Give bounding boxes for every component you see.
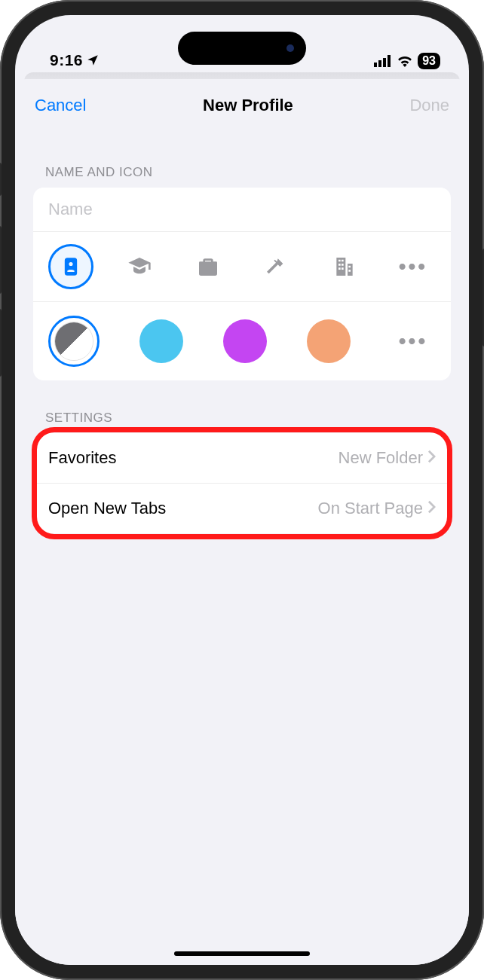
status-right: 93 xyxy=(374,53,440,69)
modal-sheet: Cancel New Profile Done NAME AND ICON Na… xyxy=(15,79,469,965)
favorites-value: New Folder xyxy=(338,448,423,468)
chevron-right-icon xyxy=(427,499,436,518)
side-button xyxy=(0,163,2,196)
svg-rect-3 xyxy=(388,55,391,67)
name-icon-card: Name xyxy=(33,188,451,380)
color-swatch-bw[interactable] xyxy=(48,316,100,367)
done-button[interactable]: Done xyxy=(409,96,449,115)
camera-dot xyxy=(286,44,294,52)
settings-card: Favorites New Folder Open New Tabs On St… xyxy=(33,433,451,533)
name-input[interactable]: Name xyxy=(33,188,451,232)
location-icon xyxy=(86,53,100,67)
svg-rect-2 xyxy=(383,58,386,67)
open-new-tabs-row[interactable]: Open New Tabs On Start Page xyxy=(33,483,451,533)
volume-down-button xyxy=(0,309,2,377)
hammer-icon[interactable] xyxy=(253,244,299,289)
graduation-cap-icon[interactable] xyxy=(117,244,162,289)
color-swatch-purple[interactable] xyxy=(223,319,267,363)
svg-point-5 xyxy=(69,262,72,266)
color-swatch-orange[interactable] xyxy=(307,319,351,363)
battery-pill: 93 xyxy=(418,53,440,69)
open-new-tabs-label: Open New Tabs xyxy=(48,499,166,518)
svg-rect-4 xyxy=(65,258,77,275)
briefcase-icon[interactable] xyxy=(185,244,231,289)
status-time: 9:16 xyxy=(50,51,100,69)
dynamic-island xyxy=(178,32,306,65)
clock-label: 9:16 xyxy=(50,51,83,69)
cellular-icon xyxy=(374,55,392,67)
cancel-button[interactable]: Cancel xyxy=(35,96,86,115)
favorites-label: Favorites xyxy=(48,448,116,468)
profile-card-icon[interactable] xyxy=(48,244,93,289)
section-header-settings: SETTINGS xyxy=(15,380,469,433)
volume-up-button xyxy=(0,226,2,294)
open-new-tabs-value: On Start Page xyxy=(318,499,423,518)
screen: 9:16 93 Cancel New Profile Done NAME AND… xyxy=(15,15,469,965)
nav-bar: Cancel New Profile Done xyxy=(15,79,469,127)
section-header-name-icon: NAME AND ICON xyxy=(15,127,469,188)
more-colors-button[interactable]: ••• xyxy=(391,319,436,364)
page-title: New Profile xyxy=(203,96,293,115)
home-indicator[interactable] xyxy=(174,951,310,956)
svg-rect-0 xyxy=(374,63,377,67)
color-picker-row: ••• xyxy=(33,302,451,380)
more-icons-button[interactable]: ••• xyxy=(391,244,436,289)
favorites-row[interactable]: Favorites New Folder xyxy=(33,433,451,483)
color-swatch-blue[interactable] xyxy=(139,319,183,363)
iphone-frame: 9:16 93 Cancel New Profile Done NAME AND… xyxy=(0,0,484,980)
svg-rect-1 xyxy=(378,60,381,67)
building-icon[interactable] xyxy=(322,244,367,289)
icon-picker-row: ••• xyxy=(33,232,451,302)
wifi-icon xyxy=(397,55,413,67)
chevron-right-icon xyxy=(427,448,436,468)
